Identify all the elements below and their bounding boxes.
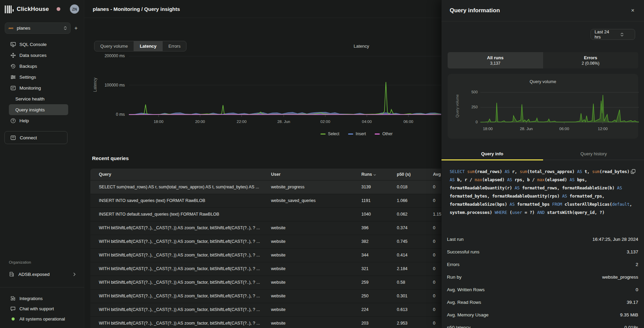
legend-item-select[interactable]: Select — [320, 131, 339, 136]
query-volume-card: Query volume Query volume 5002500 18:002… — [448, 74, 638, 139]
table-row[interactable]: WITH bitShiftLeft(CAST(?..), _CAST(?..))… — [90, 316, 459, 328]
notification-dot[interactable] — [57, 7, 60, 11]
table-row[interactable]: INSERT INTO default.saved_queries (text)… — [90, 207, 459, 221]
stat-value: 0 — [635, 287, 638, 292]
aws-icon: aws — [9, 27, 13, 29]
table-cell: WITH bitShiftLeft(CAST(?..), _CAST(?..))… — [99, 235, 260, 248]
stat-value: 39.17 — [627, 300, 638, 305]
table-cell: website — [271, 303, 285, 316]
monitoring-icon — [10, 85, 16, 91]
sort-chevron-icon — [372, 172, 376, 177]
stat-row: Run bywebsite_progress — [447, 275, 639, 281]
table-row[interactable]: INSERT INTO saved_queries (text) FORMAT … — [90, 194, 459, 207]
table-row[interactable]: WITH bitShiftLeft(CAST(?..), _CAST(?..))… — [90, 276, 459, 289]
table-cell: WITH bitShiftLeft(CAST(?..), _CAST(?..))… — [99, 221, 260, 235]
footer-item-integrations[interactable]: Integrations — [0, 293, 84, 303]
x-tick-label: 28. Jun — [514, 127, 538, 131]
table-row[interactable]: WITH bitShiftLeft(CAST(?..), _CAST(?..))… — [90, 303, 459, 316]
stat-label: Successful runs — [447, 249, 479, 254]
organization-name: ADSB.exposed — [18, 272, 73, 277]
stat-label: Avg. Written Rows — [447, 287, 485, 292]
footer-item-chat-with-support[interactable]: Chat with support — [0, 303, 84, 314]
table-cell: WITH bitShiftLeft(CAST(?..), _CAST(?..))… — [99, 262, 260, 276]
table-row[interactable]: WITH bitShiftLeft(CAST(?..), _CAST(?..))… — [90, 221, 459, 235]
tab-query-volume[interactable]: Query volume — [94, 41, 134, 51]
stat-label: p50 latency — [447, 325, 470, 328]
column-header-user[interactable]: User — [271, 169, 281, 180]
table-cell: 3139 — [361, 181, 371, 194]
sidebar-item-label: Help — [19, 118, 29, 123]
query-volume-chart — [480, 89, 639, 126]
sidebar-item-sql-console[interactable]: SQL Console — [0, 39, 84, 50]
recent-queries-table: QueryUserRuns p50 (s)Avg. SELECT sum(rea… — [90, 169, 459, 328]
table-row[interactable]: WITH bitShiftLeft(CAST(?..), _CAST(?..))… — [90, 248, 459, 262]
x-tick-label: 20:00 — [188, 120, 212, 124]
table-cell: WITH bitShiftLeft(CAST(?..), _CAST(?..))… — [99, 276, 260, 289]
table-cell: 0.374 — [397, 221, 407, 235]
tab-label: Errors — [584, 55, 597, 60]
legend-swatch — [348, 134, 353, 135]
table-cell: 203 — [361, 317, 369, 328]
clickhouse-logo-icon — [5, 5, 14, 13]
tab-query-info[interactable]: Query info — [441, 148, 543, 160]
tab-errors[interactable]: Errors — [162, 41, 186, 51]
sidebar-item-label: Backups — [19, 64, 37, 69]
column-header-p50-s-[interactable]: p50 (s) — [397, 169, 410, 180]
table-cell: 0 — [433, 249, 435, 262]
column-header-runs[interactable]: Runs — [361, 169, 376, 180]
table-row[interactable]: WITH bitShiftLeft(CAST(?..), _CAST(?..))… — [90, 262, 459, 276]
time-range-value: Last 24 hrs — [595, 29, 613, 40]
service-name: planes — [17, 26, 64, 31]
table-row[interactable]: WITH bitShiftLeft(CAST(?..), _CAST(?..))… — [90, 289, 459, 303]
connect-button[interactable]: Connect — [4, 131, 68, 144]
logo-text: ClickHouse — [17, 6, 49, 13]
copy-icon[interactable] — [630, 169, 636, 175]
tab-errors[interactable]: Errors2 (0.06%) — [543, 52, 639, 68]
legend-item-other[interactable]: Other — [375, 131, 392, 136]
sidebar-item-backups[interactable]: Backups — [0, 61, 84, 72]
tab-query-history[interactable]: Query history — [543, 148, 644, 160]
sidebar-item-query-insights[interactable]: Query insights — [9, 104, 68, 115]
time-range-select[interactable]: Last 24 hrs — [590, 29, 635, 40]
table-row[interactable]: SELECT sum(read_rows) AS r, sum(total_ro… — [90, 180, 459, 194]
sidebar-item-data-sources[interactable]: Data sources — [0, 50, 84, 61]
sidebar-item-help[interactable]: Help — [0, 115, 84, 126]
column-header-avg-[interactable]: Avg. — [433, 169, 442, 180]
table-cell: 0 — [433, 262, 435, 276]
table-cell: 0 — [433, 276, 435, 289]
footer-item-all-systems-operational[interactable]: All systems operational — [0, 314, 84, 324]
table-cell: website — [271, 290, 285, 303]
legend-item-insert[interactable]: Insert — [348, 131, 366, 136]
x-tick-label: 06:00 — [396, 120, 420, 124]
tab-latency[interactable]: Latency — [134, 41, 162, 51]
query-info-tabs: Query infoQuery history — [441, 148, 644, 160]
chevron-updown-icon — [613, 33, 631, 36]
recent-queries-heading: Recent queries — [92, 155, 129, 161]
table-cell: 321 — [361, 262, 369, 276]
puzzle-icon — [10, 296, 16, 301]
table-cell: 396 — [361, 221, 369, 235]
column-header-query[interactable]: Query — [99, 169, 111, 180]
query-volume-title: Query volume — [448, 79, 638, 84]
table-cell: 0 — [433, 290, 435, 303]
service-selector[interactable]: aws planes — [5, 22, 71, 34]
table-row[interactable]: WITH bitShiftLeft(CAST(?..), _CAST(?..))… — [90, 235, 459, 248]
help-icon — [10, 118, 16, 124]
sidebar-item-settings[interactable]: Settings — [0, 72, 84, 82]
table-cell: 0.613 — [397, 303, 407, 316]
add-service-button[interactable]: + — [72, 25, 80, 32]
sidebar-item-service-health[interactable]: Service health — [0, 93, 84, 104]
chart-legend: SelectInsertOther — [320, 131, 392, 136]
table-cell: 1.066 — [397, 194, 407, 207]
stat-value: 9.35 MiB — [620, 312, 638, 317]
organization-item[interactable]: ADSB.exposed — [4, 269, 80, 280]
footer-item-label: All systems operational — [19, 316, 65, 322]
sidebar-item-monitoring[interactable]: Monitoring — [0, 82, 84, 93]
table-body: SELECT sum(read_rows) AS r, sum(total_ro… — [90, 180, 459, 328]
legend-swatch — [320, 134, 326, 135]
stat-value: website_progress — [602, 275, 638, 280]
tab-all-runs[interactable]: All runs3,137 — [448, 52, 543, 68]
close-icon[interactable]: × — [629, 7, 636, 14]
table-cell: 0.58 — [397, 276, 405, 289]
avatar[interactable]: ZN — [70, 4, 79, 14]
